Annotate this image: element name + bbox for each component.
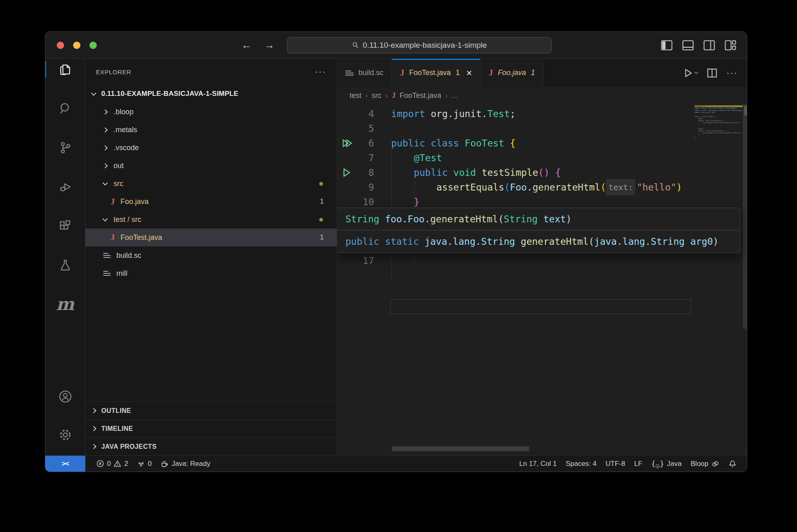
explorer-actions-icon[interactable]: ··· (315, 66, 326, 77)
tree-item-src[interactable]: src (85, 175, 337, 193)
activity-settings[interactable] (45, 425, 85, 445)
chevron-right-icon (102, 109, 108, 115)
section-java-projects[interactable]: JAVA PROJECTS (85, 437, 337, 455)
tree-item--vscode[interactable]: .vscode (85, 139, 337, 157)
code-editor[interactable]: 4import org.junit.Test;56public class Fo… (337, 104, 747, 455)
breadcrumb-item[interactable]: ... (452, 91, 458, 100)
problem-count-badge: 1 (320, 233, 324, 242)
activity-extensions[interactable] (45, 216, 85, 236)
code-line-17[interactable]: 17 (337, 253, 747, 268)
toggle-panel-icon[interactable] (682, 40, 694, 51)
horizontal-scrollbar[interactable] (392, 446, 529, 451)
beaker-icon (58, 258, 73, 273)
vertical-scrollbar[interactable] (743, 104, 747, 329)
line-number: 4 (356, 109, 374, 119)
tree-item-build-sc[interactable]: build.sc (85, 246, 337, 264)
indentation-status[interactable]: Spaces: 4 (561, 456, 601, 472)
tree-root[interactable]: 0.11.10-EXAMPLE-BASICJAVA-1-SIMPLE (85, 85, 337, 103)
ports-count: 0 (148, 460, 151, 468)
zoom-window-button[interactable] (89, 42, 97, 49)
line-number: 10 (356, 197, 374, 207)
code-line-10[interactable]: 10 } (337, 195, 747, 209)
java-file-icon: J (392, 91, 396, 100)
toggle-sidebar-icon[interactable] (661, 40, 672, 51)
run-test-icon[interactable] (337, 167, 356, 178)
tab-problem-badge: 1 (456, 69, 460, 77)
language-braces-icon: {ⓧ} (651, 460, 664, 468)
problems-status[interactable]: 0 2 (92, 456, 133, 472)
minimize-window-button[interactable] (73, 42, 80, 49)
tab-label: build.sc (358, 69, 383, 77)
minimap-line: assertEquals(Foo.generateHtml("hello"), … (695, 122, 743, 124)
line-number: 7 (356, 153, 374, 163)
tree-item-label: Foo.java (120, 197, 149, 206)
java-file-icon: J (489, 68, 493, 78)
tree-item-test-src[interactable]: test / src (85, 211, 337, 228)
run-java-button[interactable] (683, 68, 698, 78)
minimap[interactable]: package foo;import static org.junit.Asse… (695, 105, 743, 140)
code-line-8[interactable]: 8 public void testSimple() { (337, 165, 747, 180)
encoding-status[interactable]: UTF-8 (601, 456, 630, 472)
activity-explorer[interactable] (45, 60, 85, 79)
tree-item-footest-java[interactable]: JFooTest.java1 (85, 228, 337, 246)
chevron-down-icon (102, 216, 108, 222)
more-actions-icon[interactable]: ··· (726, 68, 738, 78)
line-number: 5 (356, 123, 374, 134)
activity-search[interactable] (45, 99, 85, 118)
ports-status[interactable]: 0 (133, 456, 156, 472)
eol-status[interactable]: LF (630, 456, 647, 472)
code-line-5[interactable]: 5 (337, 121, 747, 136)
code-line-6[interactable]: 6public class FooTest { (337, 136, 747, 151)
tree-item--metals[interactable]: .metals (85, 121, 337, 139)
command-center[interactable]: 0.11.10-example-basicjava-1-simple (287, 37, 552, 53)
tree-item-foo-java[interactable]: JFoo.java1 (85, 193, 337, 211)
activity-bar: m (45, 59, 85, 455)
chevron-right-icon (91, 444, 96, 449)
code-line-4[interactable]: 4import org.junit.Test; (337, 106, 747, 121)
tree-item--bloop[interactable]: .bloop (85, 103, 337, 121)
search-icon (352, 42, 359, 49)
section-outline[interactable]: OUTLINE (85, 401, 337, 419)
section-timeline[interactable]: TIMELINE (85, 419, 337, 437)
coffee-cup-icon (160, 460, 169, 468)
chevron-right-icon (91, 408, 96, 413)
language-mode[interactable]: {ⓧ} Java (647, 456, 686, 472)
tab-build-sc[interactable]: build.sc (337, 59, 392, 87)
hover-tooltip: String foo.Foo.generateHtml(String text)… (337, 208, 740, 253)
tab-footest-java[interactable]: J FooTest.java 1 × (392, 59, 481, 87)
code-line-9[interactable]: 9 assertEquals(Foo.generateHtml(text:"he… (337, 180, 747, 195)
debug-icon (58, 180, 73, 194)
run-dropdown-icon[interactable] (695, 70, 699, 74)
activity-accounts[interactable] (45, 387, 85, 406)
toggle-secondary-sidebar-icon[interactable] (703, 40, 715, 51)
split-editor-icon[interactable] (707, 68, 717, 78)
activity-source-control[interactable] (45, 138, 85, 157)
cursor-position[interactable]: Ln 17, Col 1 (515, 456, 561, 472)
tree-item-out[interactable]: out (85, 157, 337, 175)
customize-layout-icon[interactable] (725, 40, 736, 51)
forward-arrow-icon[interactable]: → (264, 39, 275, 51)
tab-label: FooTest.java (409, 69, 451, 77)
chevron-right-icon (102, 127, 108, 133)
activity-testing[interactable] (45, 255, 85, 275)
build-server-status[interactable]: Bloop (686, 456, 724, 472)
bell-icon (728, 460, 737, 468)
close-window-button[interactable] (57, 42, 64, 49)
close-tab-icon[interactable]: × (466, 68, 472, 78)
activity-run-debug[interactable] (45, 177, 85, 197)
tree-item-mill[interactable]: mill (85, 264, 337, 282)
tab-foo-java[interactable]: J Foo.java 1 (481, 59, 543, 87)
breadcrumb-item[interactable]: test (350, 91, 361, 100)
tree-item-label: test / src (114, 215, 141, 224)
activity-metals[interactable]: m (45, 295, 85, 314)
search-icon (58, 101, 73, 116)
run-all-tests-icon[interactable] (337, 138, 356, 149)
back-arrow-icon[interactable]: ← (241, 39, 252, 51)
java-status[interactable]: Java: Ready (156, 456, 215, 472)
breadcrumb-item[interactable]: FooTest.java (400, 91, 441, 100)
tooltip-signature-row: public static java.lang.String generateH… (337, 231, 740, 253)
notifications-status[interactable] (724, 456, 741, 472)
code-line-7[interactable]: 7 @Test (337, 151, 747, 165)
breadcrumb-item[interactable]: src (372, 91, 381, 100)
remote-indicator[interactable]: >< (45, 456, 85, 472)
